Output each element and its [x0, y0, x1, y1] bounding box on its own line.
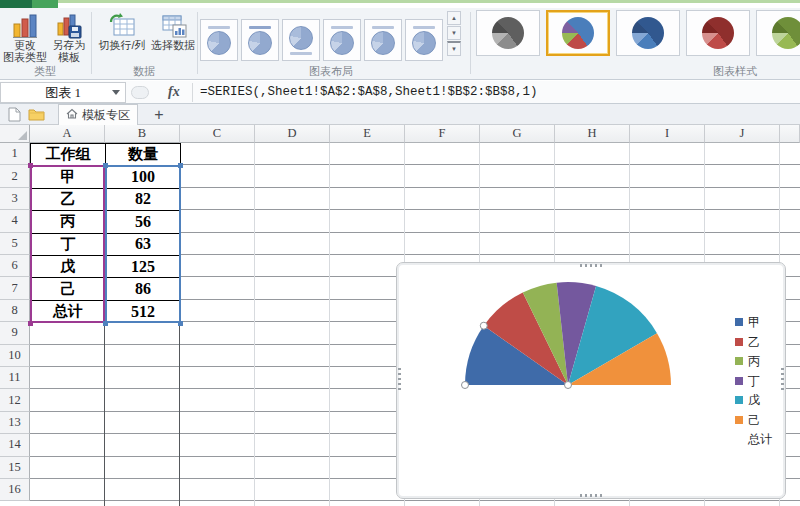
save-as-template-icon — [56, 11, 82, 39]
switch-row-column-icon — [108, 11, 136, 39]
legend-item-4[interactable]: 丁 — [735, 375, 772, 387]
column-header-J[interactable]: J — [705, 125, 780, 143]
row-header-1[interactable]: 1 — [0, 143, 30, 165]
column-header-C[interactable]: C — [180, 125, 255, 143]
column-header-partial[interactable] — [780, 125, 800, 143]
row-header-11[interactable]: 11 — [0, 367, 30, 389]
column-header-F[interactable]: F — [405, 125, 480, 143]
gallery-scroll-down-button[interactable]: ▼ — [447, 26, 461, 40]
new-file-icon[interactable] — [8, 107, 21, 126]
chart-style-thumb-gray[interactable] — [476, 10, 540, 56]
row-header-4[interactable]: 4 — [0, 210, 30, 232]
row-header-14[interactable]: 14 — [0, 434, 30, 456]
row-header-6[interactable]: 6 — [0, 255, 30, 277]
switch-row-column-button[interactable]: 切换行/列 — [96, 11, 148, 65]
formula-bar-collapse-button[interactable] — [131, 86, 149, 99]
change-chart-type-icon — [12, 11, 38, 39]
legend-label: 丁 — [748, 375, 760, 387]
range-fill-handle[interactable] — [103, 321, 108, 326]
row-header-5[interactable]: 5 — [0, 233, 30, 255]
column-header-D[interactable]: D — [255, 125, 330, 143]
column-header-B[interactable]: B — [105, 125, 180, 143]
column-header-A[interactable]: A — [30, 125, 105, 143]
sheet-tab-template-zone[interactable]: 模板专区 — [58, 104, 138, 125]
legend-item-1[interactable]: 甲 — [735, 316, 772, 328]
legend-swatch — [735, 435, 743, 443]
row-header-3[interactable]: 3 — [0, 188, 30, 210]
legend-item-7[interactable]: 总计 — [735, 433, 772, 445]
chart-layout-thumb-4[interactable] — [323, 19, 361, 61]
fx-icon[interactable]: fx — [168, 84, 180, 100]
column-header-H[interactable]: H — [555, 125, 630, 143]
range-fill-handle[interactable] — [28, 321, 33, 326]
chart-style-thumb-red[interactable] — [686, 10, 750, 56]
mini-pie-icon — [207, 31, 231, 55]
chart-style-thumb-green[interactable] — [756, 10, 800, 56]
legend-item-6[interactable]: 己 — [735, 414, 772, 426]
chart-layout-thumb-3[interactable] — [282, 19, 320, 61]
switch-row-column-label: 切换行/列 — [98, 39, 145, 51]
select-all-corner[interactable] — [0, 125, 30, 143]
legend-item-2[interactable]: 乙 — [735, 336, 772, 348]
slice-selection-handle[interactable] — [480, 322, 487, 329]
range-fill-handle[interactable] — [103, 163, 108, 168]
save-as-template-button[interactable]: 另存为 模板 — [48, 11, 90, 65]
row-header-16[interactable]: 16 — [0, 479, 30, 501]
row-header-15[interactable]: 15 — [0, 457, 30, 479]
sheet-tab-label: 模板专区 — [82, 107, 130, 124]
column-header-G[interactable]: G — [480, 125, 555, 143]
formula-input[interactable]: =SERIES(,Sheet1!$A$2:$A$8,Sheet1!$B$2:$B… — [200, 85, 538, 99]
row-header-7[interactable]: 7 — [0, 277, 30, 299]
chart-layout-thumb-1[interactable] — [200, 19, 238, 61]
column-header-I[interactable]: I — [630, 125, 705, 143]
cell-A1[interactable]: 工作组 — [31, 144, 106, 166]
name-box[interactable]: 图表 1 — [0, 82, 126, 103]
add-sheet-button[interactable]: + — [148, 104, 170, 125]
pie-slice-总计[interactable] — [465, 385, 671, 488]
legend-label: 戊 — [748, 394, 760, 406]
cell-B1[interactable]: 数量 — [106, 144, 180, 166]
row-header-10[interactable]: 10 — [0, 345, 30, 367]
range-fill-handle[interactable] — [178, 321, 183, 326]
gallery-scroll-up-button[interactable]: ▲ — [447, 11, 461, 25]
chart-layout-thumb-2[interactable] — [241, 19, 279, 61]
column-header-E[interactable]: E — [330, 125, 405, 143]
range-fill-handle[interactable] — [28, 163, 33, 168]
chart-frame-grip-right[interactable] — [781, 368, 784, 392]
half-pie-chart-object[interactable]: 甲乙丙丁戊己总计 — [396, 262, 786, 499]
legend-swatch — [735, 318, 743, 326]
open-folder-icon[interactable] — [28, 107, 45, 125]
chart-frame-grip-bottom[interactable] — [580, 494, 604, 497]
thumb-caption-bar — [413, 26, 435, 29]
value-range-highlight — [105, 165, 181, 323]
chart-style-thumb-blue[interactable] — [616, 10, 680, 56]
chart-frame-grip-left[interactable] — [398, 368, 401, 392]
chart-frame-grip-top[interactable] — [580, 264, 604, 267]
ribbon-separator — [197, 12, 198, 74]
thumb-caption-bar — [372, 26, 394, 29]
legend-item-3[interactable]: 丙 — [735, 355, 772, 367]
row-header-2[interactable]: 2 — [0, 165, 30, 187]
legend-swatch — [735, 416, 743, 424]
mini-pie-icon — [248, 31, 272, 55]
change-chart-type-button[interactable]: 更改 图表类型 — [4, 11, 46, 65]
mini-pie-icon — [371, 31, 395, 55]
row-header-12[interactable]: 12 — [0, 389, 30, 411]
select-data-button[interactable]: 选择数据 — [150, 11, 196, 65]
home-icon — [66, 108, 78, 122]
chart-style-thumb-colorful[interactable] — [546, 10, 610, 56]
name-box-dropdown-icon[interactable] — [112, 90, 120, 95]
slice-selection-handle[interactable] — [462, 382, 469, 389]
slice-selection-handle[interactable] — [565, 382, 572, 389]
gallery-more-button[interactable]: ▼ — [447, 41, 461, 56]
range-fill-handle[interactable] — [178, 163, 183, 168]
save-as-template-label-line2: 模板 — [58, 51, 80, 63]
row-header-9[interactable]: 9 — [0, 322, 30, 344]
chart-legend: 甲乙丙丁戊己总计 — [735, 316, 772, 445]
chart-layout-thumb-5[interactable] — [364, 19, 402, 61]
legend-swatch — [735, 338, 743, 346]
row-header-13[interactable]: 13 — [0, 412, 30, 434]
chart-layout-thumb-6[interactable] — [405, 19, 443, 61]
row-header-8[interactable]: 8 — [0, 300, 30, 322]
legend-item-5[interactable]: 戊 — [735, 394, 772, 406]
